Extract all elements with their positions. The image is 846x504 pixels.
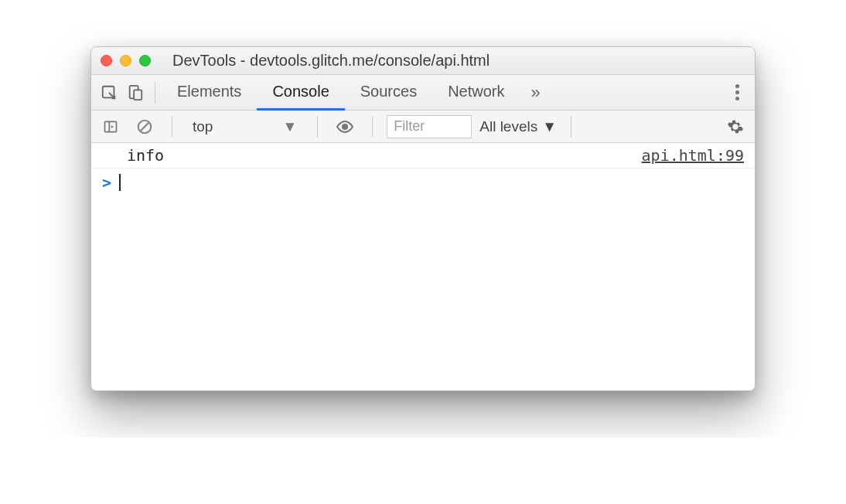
prompt-caret-icon: > <box>102 173 111 192</box>
tab-sources[interactable]: Sources <box>345 75 432 111</box>
context-selector[interactable]: top ▼ <box>186 118 303 135</box>
tab-network[interactable]: Network <box>432 75 520 111</box>
tab-elements[interactable]: Elements <box>162 75 257 111</box>
inspect-element-icon[interactable] <box>96 80 122 106</box>
toolbar: Elements Console Sources Network » <box>91 75 755 111</box>
console-output: info api.html:99 > <box>91 143 755 390</box>
divider <box>155 82 155 104</box>
minimize-window-button[interactable] <box>120 55 131 66</box>
titlebar: DevTools - devtools.glitch.me/console/ap… <box>91 47 755 75</box>
svg-line-7 <box>141 122 149 131</box>
context-label: top <box>193 118 213 135</box>
device-toggle-icon[interactable] <box>122 80 148 106</box>
console-prompt[interactable]: > <box>91 169 755 196</box>
maximize-window-button[interactable] <box>139 55 151 66</box>
close-window-button[interactable] <box>101 55 112 66</box>
settings-icon[interactable] <box>722 114 749 140</box>
clear-console-icon[interactable] <box>131 114 158 140</box>
log-row: info api.html:99 <box>91 143 755 169</box>
tab-strip: Elements Console Sources Network <box>162 75 520 111</box>
divider <box>317 116 318 138</box>
svg-marker-5 <box>111 125 114 128</box>
window-title: DevTools - devtools.glitch.me/console/ap… <box>172 52 745 70</box>
chevron-down-icon: ▼ <box>542 118 557 135</box>
tab-console[interactable]: Console <box>257 75 344 111</box>
log-source-link[interactable]: api.html:99 <box>642 146 744 165</box>
divider <box>172 116 172 138</box>
chevron-down-icon: ▼ <box>282 118 297 135</box>
window-controls <box>101 55 151 66</box>
divider <box>571 116 571 138</box>
more-menu-button[interactable] <box>724 82 750 103</box>
devtools-window: DevTools - devtools.glitch.me/console/ap… <box>90 46 756 391</box>
svg-rect-3 <box>105 121 117 131</box>
divider <box>372 116 373 138</box>
console-toolbar: top ▼ All levels ▼ <box>91 111 755 143</box>
svg-rect-2 <box>134 90 142 100</box>
log-levels-selector[interactable]: All levels ▼ <box>479 118 557 135</box>
levels-label: All levels <box>479 118 537 135</box>
log-message: info <box>127 146 642 165</box>
text-cursor <box>119 174 121 191</box>
filter-input[interactable] <box>387 115 472 138</box>
console-sidebar-toggle-icon[interactable] <box>97 114 124 140</box>
live-expression-icon[interactable] <box>332 114 358 140</box>
svg-point-8 <box>342 124 348 130</box>
tabs-overflow-button[interactable]: » <box>524 83 548 103</box>
